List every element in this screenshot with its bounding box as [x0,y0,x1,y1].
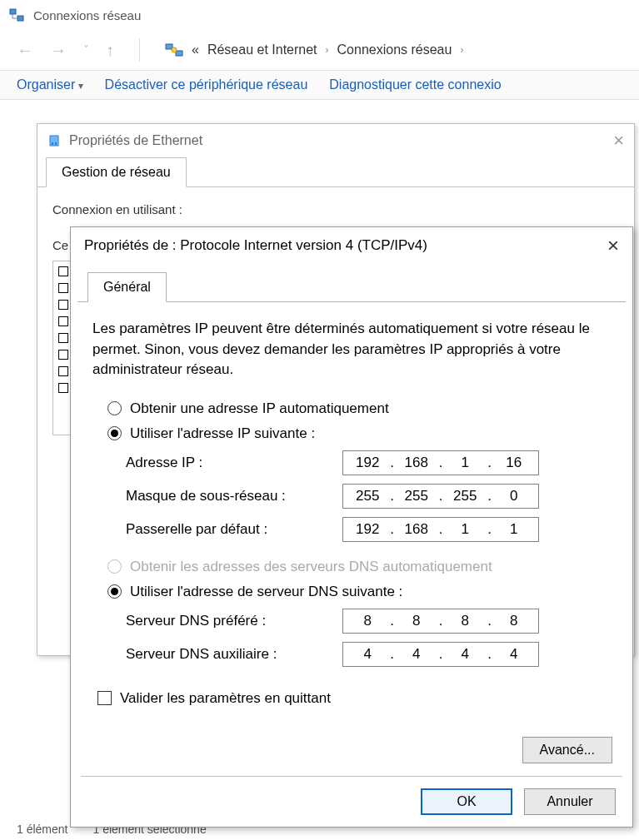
radio-label: Obtenir les adresses des serveurs DNS au… [130,559,492,575]
gateway-label: Passerelle par défaut : [126,521,342,538]
ip-address-input[interactable]: 192. 168. 1. 16 [342,450,539,475]
history-chevron-icon[interactable]: ˅ [83,43,89,57]
forward-arrow-icon[interactable]: → [50,41,67,60]
dns-field-group: Serveur DNS préféré : 8. 8. 8. 8 Serveur… [126,609,611,667]
checkbox-icon[interactable] [58,366,68,376]
octet[interactable]: 4 [448,646,482,663]
checkbox-icon[interactable] [58,300,68,310]
octet[interactable]: 255 [448,488,482,504]
dns-preferred-label: Serveur DNS préféré : [126,613,342,629]
octet[interactable]: 1 [497,521,531,538]
dot: . [437,646,444,663]
radio-label: Utiliser l'adresse IP suivante : [130,425,315,442]
dot: . [389,646,396,663]
radio-ip-auto[interactable]: Obtenir une adresse IP automatiquement [107,400,611,417]
octet[interactable]: 4 [351,646,384,663]
status-count: 1 élément [17,823,67,836]
network-icon [8,7,25,23]
ip-address-label: Adresse IP : [126,455,342,471]
dns-alt-input[interactable]: 4. 4. 4. 4 [342,642,539,667]
svg-rect-7 [55,142,57,145]
advanced-button[interactable]: Avancé... [522,737,612,763]
ok-button[interactable]: OK [421,788,512,815]
dns-alt-label: Serveur DNS auxiliaire : [126,646,342,663]
svg-rect-1 [17,16,23,21]
subnet-mask-row: Masque de sous-réseau : 255. 255. 255. 0 [126,484,611,509]
svg-rect-6 [52,142,53,145]
ipv4-dialog-titlebar: Propriétés de : Protocole Internet versi… [71,227,632,264]
ethernet-tab-row: Gestion de réseau [37,157,634,187]
cancel-button[interactable]: Annuler [524,788,616,815]
validate-label: Valider les paramètres en quittant [120,690,331,707]
checkbox-icon[interactable] [58,350,68,360]
disable-device-button[interactable]: Désactiver ce périphérique réseau [105,77,308,92]
dot: . [437,521,444,538]
gateway-row: Passerelle par défaut : 192. 168. 1. 1 [126,517,611,542]
dns-preferred-row: Serveur DNS préféré : 8. 8. 8. 8 [126,609,611,634]
close-icon[interactable]: × [613,130,624,152]
diagnose-button[interactable]: Diagnostiquer cette connexio [329,77,501,92]
breadcrumb-item[interactable]: Connexions réseau [337,42,452,57]
dot: . [389,455,396,471]
tab-network-management[interactable]: Gestion de réseau [46,157,187,187]
octet[interactable]: 16 [497,455,531,471]
svg-rect-5 [50,136,58,146]
octet[interactable]: 4 [400,646,433,663]
ipv4-description: Les paramètres IP peuvent être déterminé… [92,319,611,380]
dns-alt-row: Serveur DNS auxiliaire : 4. 4. 4. 4 [126,642,611,667]
dot: . [487,521,493,538]
nav-row: ← → ˅ ↑ « Réseau et Internet › Connexion… [0,30,639,70]
subnet-mask-label: Masque de sous-réseau : [126,488,342,504]
ipv4-dialog-title: Propriétés de : Protocole Internet versi… [84,237,427,254]
checkbox-icon[interactable] [58,266,68,276]
chevron-right-icon: › [326,44,329,56]
validate-checkbox-row[interactable]: Valider les paramètres en quittant [97,690,611,707]
separator [139,38,140,62]
octet[interactable]: 192 [351,455,384,471]
checkbox-icon[interactable] [58,383,68,393]
octet[interactable]: 168 [400,521,433,538]
dns-preferred-input[interactable]: 8. 8. 8. 8 [342,609,539,634]
ce-label: Ce [52,238,68,252]
radio-icon [107,426,122,440]
octet[interactable]: 8 [497,613,531,629]
octet[interactable]: 1 [448,455,482,471]
octet[interactable]: 255 [351,488,384,504]
radio-ip-manual[interactable]: Utiliser l'adresse IP suivante : [107,425,611,442]
octet[interactable]: 192 [351,521,384,538]
dot: . [487,488,493,504]
organize-button[interactable]: Organiser [17,77,83,92]
svg-rect-2 [166,44,172,49]
gateway-input[interactable]: 192. 168. 1. 1 [342,517,539,542]
close-icon[interactable]: × [607,234,619,257]
ipv4-body: Les paramètres IP peuvent être déterminé… [71,302,632,715]
octet[interactable]: 168 [400,455,433,471]
back-arrow-icon[interactable]: ← [17,41,33,60]
checkbox-icon[interactable] [58,316,68,326]
checkbox-icon[interactable] [58,333,68,343]
radio-label: Utiliser l'adresse de serveur DNS suivan… [130,584,402,600]
subnet-mask-input[interactable]: 255. 255. 255. 0 [342,484,539,509]
checkbox-icon[interactable] [97,691,112,705]
octet[interactable]: 0 [497,488,531,504]
octet[interactable]: 4 [497,646,531,663]
tab-general[interactable]: Général [87,272,167,302]
checkbox-icon[interactable] [58,283,68,293]
ip-field-group: Adresse IP : 192. 168. 1. 16 Masque de s… [126,450,611,542]
octet[interactable]: 255 [400,488,433,504]
svg-rect-0 [10,9,16,14]
octet[interactable]: 1 [448,521,482,538]
ipv4-properties-dialog: Propriétés de : Protocole Internet versi… [70,226,633,828]
breadcrumb[interactable]: « Réseau et Internet › Connexions réseau… [165,42,463,57]
ethernet-dialog-title: Propriétés de Ethernet [69,133,202,148]
octet[interactable]: 8 [351,613,384,629]
chevron-right-icon: › [460,44,463,56]
breadcrumb-item[interactable]: Réseau et Internet [207,42,317,57]
dot: . [487,613,493,629]
octet[interactable]: 8 [400,613,433,629]
radio-dns-manual[interactable]: Utiliser l'adresse de serveur DNS suivan… [107,584,611,600]
up-arrow-icon[interactable]: ↑ [106,41,114,60]
octet[interactable]: 8 [448,613,482,629]
dot: . [389,488,396,504]
connection-using-label: Connexion en utilisant : [52,202,619,216]
